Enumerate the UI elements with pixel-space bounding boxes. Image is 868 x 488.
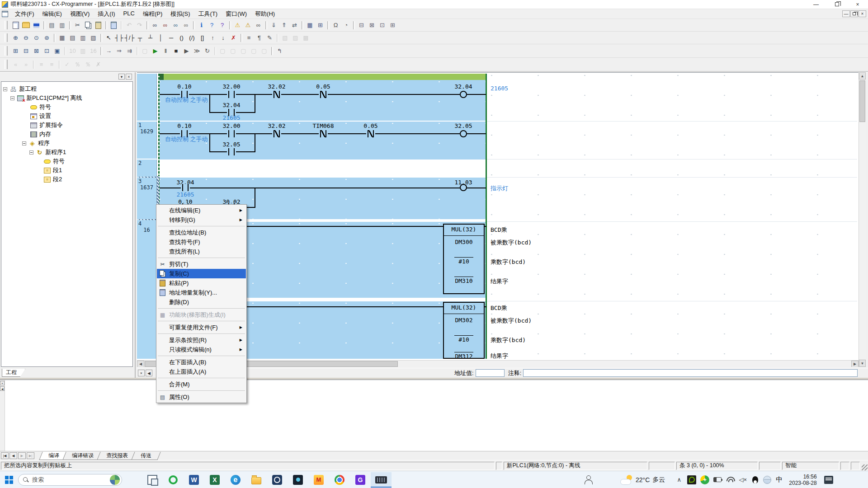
mdi-document-icon[interactable]: [2, 11, 8, 17]
window-close-all-icon[interactable]: ▢: [259, 46, 269, 56]
pause-icon[interactable]: ‖: [160, 46, 171, 56]
or-contact-icon[interactable]: ┬: [135, 33, 145, 43]
instruction-name[interactable]: MUL(32): [443, 304, 485, 311]
menu-simulation[interactable]: 模拟(S): [166, 9, 194, 19]
menu-edit[interactable]: 编辑(E): [38, 9, 66, 19]
find-replace-icon[interactable]: ∞: [160, 20, 170, 30]
branch-wire[interactable]: [255, 188, 255, 208]
tree-item-programs[interactable]: 程序: [1, 139, 132, 148]
transfer-from-plc-icon[interactable]: ⇑: [279, 20, 289, 30]
file-explorer-icon[interactable]: [246, 472, 267, 488]
program-mode-icon[interactable]: ▢: [140, 46, 150, 56]
undo-icon[interactable]: ↶: [124, 20, 134, 30]
contact-address[interactable]: TIM068: [307, 122, 339, 129]
taskbar-clock[interactable]: 16:56 2023-08-28: [789, 474, 816, 486]
bookmark-next-icon[interactable]: ％: [72, 60, 83, 70]
outdent-icon[interactable]: «: [10, 60, 21, 70]
comment-field[interactable]: [523, 369, 858, 377]
set-value-icon[interactable]: →: [104, 46, 114, 56]
differentiate-up-icon[interactable]: ↑: [208, 33, 218, 43]
output-first-tab-button[interactable]: |◀: [1, 452, 9, 459]
menu-plc[interactable]: PLC: [119, 9, 139, 19]
people-icon[interactable]: [581, 472, 595, 488]
menu-online-edit[interactable]: 在线编辑(E) ▶: [157, 206, 246, 215]
menu-delete[interactable]: 删除(D): [157, 297, 246, 307]
operand-comment[interactable]: BCD乘: [491, 304, 507, 312]
vertical-line-icon[interactable]: │: [156, 33, 166, 43]
monitor-binary-icon[interactable]: ▥: [78, 46, 88, 56]
view-io-comment-icon[interactable]: ⊡: [42, 46, 52, 56]
contact-address[interactable]: 32.04: [216, 102, 247, 108]
tab-compile-errors[interactable]: 编译错误: [62, 452, 103, 460]
instruction-name[interactable]: MUL(32): [443, 226, 485, 233]
find-icon[interactable]: ∞: [150, 20, 160, 30]
operand-comment[interactable]: 乘数字(bcd): [491, 258, 526, 266]
contact-nc[interactable]: [272, 91, 281, 98]
menu-window[interactable]: 窗口(W): [222, 9, 251, 19]
contact-nc[interactable]: [366, 130, 375, 137]
or-closed-contact-icon[interactable]: ┴: [145, 33, 156, 43]
menu-help[interactable]: 帮助(H): [251, 9, 279, 19]
about-icon[interactable]: ℹ: [196, 20, 207, 30]
close-bar-button[interactable]: ×: [138, 370, 145, 376]
obs-icon[interactable]: [267, 472, 288, 488]
contact-address[interactable]: 32.02: [261, 83, 292, 90]
antivirus-icon[interactable]: [700, 475, 709, 484]
qq-icon[interactable]: [751, 475, 759, 485]
differentiate-down-icon[interactable]: ↓: [218, 33, 228, 43]
contact-nc[interactable]: [319, 91, 328, 98]
contact-address[interactable]: 32.00: [216, 122, 247, 129]
new-contact-icon[interactable]: ┤├: [114, 33, 124, 43]
zoom-fit-icon[interactable]: ⊙: [31, 33, 42, 43]
back-icon[interactable]: ↰: [274, 46, 285, 56]
coil-address[interactable]: 32.04: [448, 83, 479, 90]
output-last-tab-button[interactable]: ▶|: [27, 452, 34, 459]
menu-read-only-edit[interactable]: 只读模式编辑(n) ▶: [157, 345, 246, 354]
branch-wire[interactable]: [255, 94, 255, 113]
tree-item-new-project[interactable]: 新工程: [1, 84, 132, 94]
scan-run-icon[interactable]: ↻: [202, 46, 212, 56]
workspace-menu-button[interactable]: ▾: [118, 74, 125, 80]
watch-window-icon[interactable]: ⊡: [377, 20, 387, 30]
cross-reference-icon[interactable]: ⊟: [356, 20, 367, 30]
instruction-operand[interactable]: DM300: [443, 239, 485, 245]
contact-comment[interactable]: 自动控制 之手动: [165, 96, 208, 104]
view-rung-wrap-icon[interactable]: ▣: [52, 46, 62, 56]
menu-tools[interactable]: 工具(T): [194, 9, 222, 19]
mdi-restore-button[interactable]: [850, 10, 858, 17]
contact-comment[interactable]: 自动控制 之手动: [165, 135, 208, 143]
save-icon[interactable]: [31, 20, 42, 30]
block-comment-icon[interactable]: ≡: [36, 60, 47, 70]
menu-program[interactable]: 编程(P): [139, 9, 166, 19]
nvidia-icon[interactable]: [687, 475, 696, 484]
branch-wire[interactable]: [209, 94, 210, 113]
search-box[interactable]: 搜索: [18, 474, 122, 486]
monitor-decimal-icon[interactable]: 10: [67, 46, 78, 56]
rung3-gutter[interactable]: 3 1637: [137, 178, 157, 219]
find-bit-address-icon[interactable]: ∞: [170, 20, 181, 30]
instruction-operand[interactable]: DM310: [443, 277, 485, 284]
output-coil[interactable]: [460, 184, 467, 191]
g-app-icon[interactable]: [350, 472, 371, 488]
menu-copy[interactable]: 复制(C): [157, 269, 246, 278]
online-edit-send-icon[interactable]: ▨: [290, 33, 301, 43]
output-coil[interactable]: [460, 91, 467, 98]
window-cascade-icon[interactable]: ▢: [217, 46, 228, 56]
chrome-icon[interactable]: [329, 472, 350, 488]
rung5-wire[interactable]: [485, 306, 486, 307]
menu-view[interactable]: 视图(V): [66, 9, 94, 19]
menu-address-increment-copy[interactable]: 地址增量复制(Y)...: [157, 288, 246, 297]
show-comments-icon[interactable]: ▤: [67, 33, 78, 43]
tab-transfer[interactable]: 传送: [131, 452, 160, 460]
ime-indicator[interactable]: 中: [776, 475, 783, 484]
tab-find-report[interactable]: 查找报表: [97, 452, 137, 460]
transfer-to-plc-icon[interactable]: ⇓: [269, 20, 279, 30]
tree-item-program-symbols[interactable]: 符号: [1, 157, 132, 166]
contact-no[interactable]: [227, 91, 236, 98]
operand-comment[interactable]: 结果字: [491, 277, 508, 286]
contact-no[interactable]: [227, 148, 236, 155]
new-instruction-icon[interactable]: []: [197, 33, 208, 43]
instruction-operand[interactable]: #10: [443, 258, 485, 265]
rung2-gutter[interactable]: 2: [137, 160, 157, 177]
help-icon[interactable]: ?: [207, 20, 217, 30]
